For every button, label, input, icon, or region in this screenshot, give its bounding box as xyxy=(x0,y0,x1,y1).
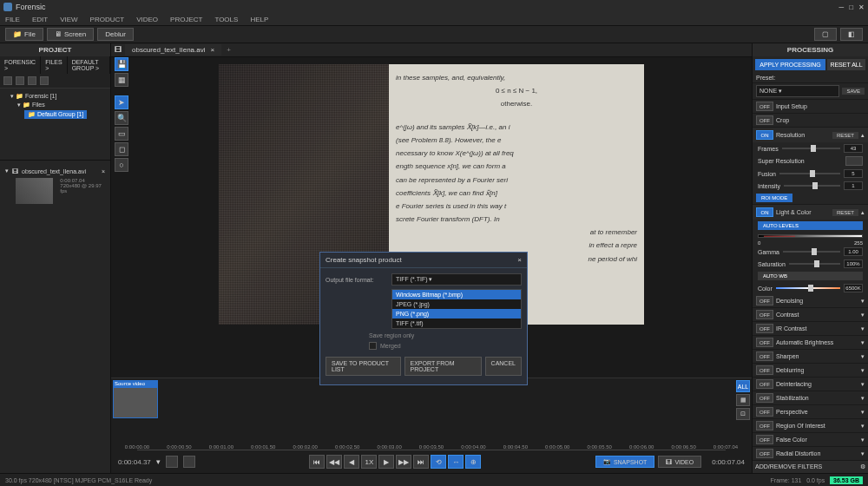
menu-file[interactable]: FILE xyxy=(5,16,20,23)
filter-toggle[interactable]: OFF xyxy=(756,365,773,375)
vt-zoom-icon[interactable]: 🔍 xyxy=(115,111,128,125)
filter-toggle[interactable]: OFF xyxy=(756,421,773,430)
fusion-slider[interactable] xyxy=(779,173,840,174)
layout-button-2[interactable]: ◧ xyxy=(840,28,863,41)
transport-btn-2[interactable]: ◀ xyxy=(344,455,359,469)
close-button[interactable]: ✕ xyxy=(858,3,865,11)
intensity-slider[interactable] xyxy=(784,185,840,187)
file-button[interactable]: 📁 File xyxy=(5,28,43,41)
clip-close[interactable]: × xyxy=(102,168,105,174)
format-opt-jpg[interactable]: JPEG (*.jpg) xyxy=(392,299,521,309)
filter-toggle[interactable]: OFF xyxy=(756,296,773,305)
filter-toggle[interactable]: OFF xyxy=(756,379,773,389)
light-reset[interactable]: RESET xyxy=(832,209,858,216)
vt-crop-icon[interactable]: ▭ xyxy=(115,127,128,141)
apply-processing-button[interactable]: APPLY PROCESSING xyxy=(755,59,825,70)
tab-default-group[interactable]: DEFAULT GROUP > xyxy=(68,56,110,74)
sr-toggle[interactable] xyxy=(845,156,863,166)
saturation-slider[interactable] xyxy=(789,263,840,265)
minimize-button[interactable]: ─ xyxy=(838,3,844,11)
reset-all-button[interactable]: RESET ALL xyxy=(827,59,865,70)
layout-button-1[interactable]: ▢ xyxy=(814,28,837,41)
format-opt-tif[interactable]: TIFF (*.tif) xyxy=(392,319,521,328)
roi-mode-button[interactable]: ROI MODE xyxy=(756,194,792,202)
filter-toggle[interactable]: OFF xyxy=(756,351,773,361)
screen-button[interactable]: 🖥 Screen xyxy=(47,28,94,41)
dialog-close[interactable]: × xyxy=(517,256,522,264)
filter-toggle[interactable]: OFF xyxy=(756,435,773,444)
menu-edit[interactable]: EDIT xyxy=(32,16,48,23)
menu-video[interactable]: VIDEO xyxy=(136,16,158,23)
fusion-value[interactable]: 5 xyxy=(844,169,863,178)
menu-help[interactable]: HELP xyxy=(250,16,268,23)
snapshot-button[interactable]: 📷 SNAPSHOT xyxy=(595,456,655,468)
vt-save-icon[interactable]: 💾 xyxy=(115,57,128,71)
vt-rect-icon[interactable]: ◻ xyxy=(115,142,128,156)
tl-icon-2[interactable]: ⊡ xyxy=(736,408,750,420)
tree-icon-4[interactable] xyxy=(40,76,49,85)
filter-toggle[interactable]: OFF xyxy=(756,324,773,333)
tree-group[interactable]: 📁 Default Group [1] xyxy=(3,109,107,120)
tab-files[interactable]: FILES > xyxy=(41,56,67,74)
transport-btn-6[interactable]: ⏭ xyxy=(413,455,429,469)
menu-product[interactable]: PRODUCT xyxy=(90,16,125,23)
clip-thumbnail[interactable] xyxy=(16,178,53,204)
tree-icon-2[interactable] xyxy=(16,76,24,85)
saturation-value[interactable]: 100% xyxy=(844,259,863,268)
filter-toggle[interactable]: OFF xyxy=(756,449,773,458)
tree-files[interactable]: ▾ 📁 Files xyxy=(3,101,107,109)
tab-forensic[interactable]: FORENSIC > xyxy=(0,56,41,74)
histogram[interactable] xyxy=(758,234,863,238)
format-opt-bmp[interactable]: Windows Bitmap (*.bmp) xyxy=(392,290,521,299)
transport-btn-1[interactable]: ◀◀ xyxy=(326,455,342,469)
format-dropdown[interactable]: TIFF (*.TIF) ▾ xyxy=(391,273,522,286)
gamma-slider[interactable] xyxy=(783,251,840,253)
light-toggle[interactable]: ON xyxy=(756,207,773,217)
clip-collapse-icon[interactable]: ▾ xyxy=(5,167,9,174)
gamma-value[interactable]: 1.00 xyxy=(844,247,863,256)
filter-toggle[interactable]: OFF xyxy=(756,338,773,347)
timeline-ruler[interactable]: 0:00:00.000:00:00.500:00:01.000:00:01.50… xyxy=(137,426,726,450)
vt-grid-icon[interactable]: ▦ xyxy=(115,73,128,87)
transport-btn-4[interactable]: ▶ xyxy=(378,455,394,469)
color-slider[interactable] xyxy=(776,287,840,289)
clip-row[interactable]: ▾ 🎞 obscured_text_lIena.avi × xyxy=(3,166,107,176)
menu-view[interactable]: VIEW xyxy=(60,16,77,23)
cancel-button[interactable]: CANCEL xyxy=(485,357,522,376)
vt-circle-icon[interactable]: ○ xyxy=(115,158,128,172)
tab-add[interactable]: + xyxy=(221,44,236,56)
menu-project[interactable]: PROJECT xyxy=(170,16,202,23)
filter-toggle[interactable]: OFF xyxy=(756,393,773,403)
all-button[interactable]: ALL xyxy=(736,380,750,392)
transport-btn-5[interactable]: ▶▶ xyxy=(396,455,411,469)
save-product-button[interactable]: SAVE TO PRODUCT LIST xyxy=(326,357,401,376)
preset-dropdown[interactable]: NONE ▾ xyxy=(756,85,839,97)
tl-icon-1[interactable]: ▦ xyxy=(736,394,750,406)
color-value[interactable]: 6500K xyxy=(844,284,863,292)
gear-icon[interactable]: ⚙ xyxy=(860,463,865,470)
filter-toggle[interactable]: OFF xyxy=(756,407,773,417)
tree-icon-1[interactable] xyxy=(3,76,12,85)
resolution-reset[interactable]: RESET xyxy=(832,132,858,139)
frames-value[interactable]: 43 xyxy=(844,144,863,153)
source-thumbnail[interactable] xyxy=(113,387,158,418)
merged-checkbox[interactable] xyxy=(369,342,377,350)
transport-btn-8[interactable]: ↔ xyxy=(448,455,464,469)
transport-btn-7[interactable]: ⟲ xyxy=(431,455,446,469)
tab-close[interactable]: × xyxy=(211,46,215,54)
auto-wb-button[interactable]: AUTO WB xyxy=(758,272,863,280)
vt-pointer-icon[interactable]: ➤ xyxy=(115,95,128,109)
auto-levels-button[interactable]: AUTO LEVELS xyxy=(758,221,863,230)
menu-tools[interactable]: TOOLS xyxy=(214,16,238,23)
maximize-button[interactable]: □ xyxy=(849,3,853,11)
document-tab[interactable]: obscured_text_lIena.avi × xyxy=(125,44,221,56)
preset-save-button[interactable]: SAVE xyxy=(842,88,865,95)
transport-btn-0[interactable]: ⏮ xyxy=(309,455,325,469)
filter-toggle[interactable]: OFF xyxy=(756,310,773,319)
resolution-toggle[interactable]: ON xyxy=(756,130,773,140)
tree-root[interactable]: ▾ 📁 Forensic [1] xyxy=(3,92,107,101)
mute-button[interactable] xyxy=(166,456,178,468)
crop-toggle[interactable]: OFF xyxy=(756,115,773,125)
input-setup-toggle[interactable]: OFF xyxy=(756,102,773,111)
audio-button[interactable] xyxy=(183,456,195,468)
